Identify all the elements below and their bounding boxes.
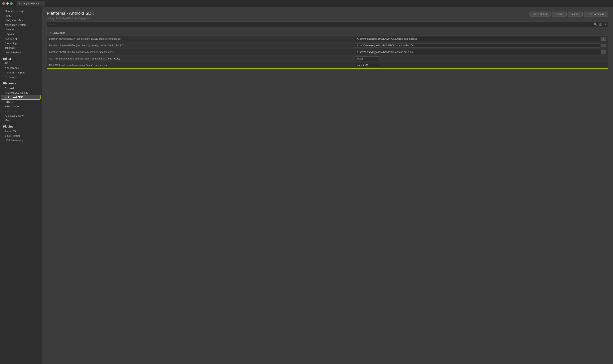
sdk-row-android-ndk: Location of Android NDK (the directory u…	[47, 42, 608, 49]
sdk-label-ndk-api-level: NDK API Level (specific version or 'late…	[49, 64, 355, 67]
sdk-value-input-sdk-api-level[interactable]	[355, 56, 379, 61]
sidebar-item-html5[interactable]: HTML5	[0, 100, 42, 104]
sidebar-item-paper2d[interactable]: Paper 2D	[0, 129, 42, 133]
tab-close-button[interactable]: ×	[41, 2, 42, 5]
search-bar: 🔍 ☰ 👁	[47, 22, 608, 27]
sidebar: General Settings Input Navigation Mesh N…	[0, 7, 42, 364]
import-button[interactable]: Import...	[568, 12, 583, 17]
sdk-browse-btn-ant[interactable]: ...	[601, 50, 606, 54]
expand-arrow-icon: ▶	[5, 96, 7, 98]
sdk-config-expand-icon: ▼	[49, 32, 51, 34]
sdk-value-input-android-ndk[interactable]	[355, 43, 600, 48]
reset-to-defaults-button[interactable]: Reset to Defaults	[584, 12, 608, 17]
sidebar-item-navigation-system[interactable]: Navigation System	[0, 23, 42, 27]
sidebar-item-2d[interactable]: 2D	[0, 61, 42, 66]
eye-icon[interactable]: 👁	[603, 23, 607, 26]
sdk-row-ndk-api-level: NDK API Level (specific version or 'late…	[47, 62, 608, 68]
gear-icon: ⚙	[19, 2, 21, 5]
sdk-label-ant: Location of ANT (the directory usually c…	[49, 51, 355, 53]
content-area: Platforms - Android SDK Settings for And…	[42, 7, 613, 364]
sidebar-item-paper2d-import[interactable]: Paper2D - Import	[0, 70, 42, 75]
sidebar-item-android[interactable]: Android	[0, 86, 42, 91]
sdk-row-sdk-api-level: SDK API Level (specific version, 'latest…	[47, 55, 608, 62]
close-button[interactable]	[2, 2, 5, 5]
sdk-label-sdk-api-level: SDK API Level (specific version, 'latest…	[49, 57, 355, 60]
sidebar-item-android-sdk[interactable]: ▶ Android SDK	[1, 95, 40, 100]
sidebar-item-android-es2-quality[interactable]: Android ES2 Quality	[0, 91, 42, 95]
sidebar-item-rendering[interactable]: Rendering	[0, 36, 42, 41]
search-icon[interactable]: 🔍	[593, 23, 598, 26]
sdk-value-input-android-sdk[interactable]	[355, 37, 600, 41]
sidebar-item-general-settings[interactable]: General Settings	[0, 9, 42, 13]
sidebar-item-streaming[interactable]: Streaming	[0, 41, 42, 46]
content-title-block: Platforms - Android SDK Settings for And…	[47, 11, 94, 20]
sidebar-item-udp-messaging[interactable]: UDP Messaging	[0, 138, 42, 143]
main-layout: General Settings Input Navigation Mesh N…	[0, 7, 613, 364]
set-as-default-button[interactable]: Set as Default	[530, 12, 550, 17]
list-view-icon[interactable]: ☰	[599, 23, 603, 26]
sdk-config-title: SDKConfig	[53, 31, 65, 34]
sdk-value-group-sdk-api-level	[355, 56, 606, 61]
sdk-row-android-sdk: Location of Android SDK (the directory u…	[47, 36, 608, 42]
sidebar-item-appearance[interactable]: Appearance	[0, 66, 42, 70]
minimize-button[interactable]	[6, 2, 9, 5]
sidebar-item-ios-es2-quality[interactable]: iOS ES2 Quality	[0, 113, 42, 118]
sdk-config-header[interactable]: ▼ SDKConfig	[47, 30, 608, 36]
tab-label: Project Settings	[23, 2, 39, 5]
title-tab: ⚙ Project Settings ×	[17, 1, 45, 6]
sidebar-item-physics[interactable]: Physics	[0, 32, 42, 36]
sdk-value-group-android-ndk: ...	[355, 43, 606, 48]
sdk-config-container: ▼ SDKConfig Location of Android SDK (the…	[47, 30, 608, 69]
sdk-label-android-ndk: Location of Android NDK (the directory u…	[49, 44, 355, 47]
sdk-value-group-android-sdk: ...	[355, 37, 606, 41]
header-buttons: Set as Default Export... Import... Reset…	[530, 12, 608, 17]
sidebar-item-mac[interactable]: Mac	[0, 118, 42, 123]
sidebar-item-sequencer[interactable]: Sequencer	[0, 75, 42, 79]
traffic-lights	[2, 2, 13, 5]
plugins-group-label: Plugins	[0, 123, 42, 129]
sdk-row-ant: Location of ANT (the directory usually c…	[47, 49, 608, 55]
sdk-value-group-ndk-api-level	[355, 63, 606, 67]
maximize-button[interactable]	[10, 2, 13, 5]
sidebar-item-user-interface[interactable]: User Interface	[0, 50, 42, 55]
sidebar-item-tutorials[interactable]: Tutorials	[0, 46, 42, 50]
sdk-browse-btn-android-ndk[interactable]: ...	[601, 44, 606, 47]
sdk-value-input-ndk-api-level[interactable]	[355, 63, 379, 67]
sidebar-item-ios[interactable]: iOS	[0, 109, 42, 113]
content-header: Platforms - Android SDK Settings for And…	[42, 7, 613, 22]
sidebar-item-slate-remote[interactable]: Slate Remote	[0, 133, 42, 138]
export-button[interactable]: Export...	[552, 12, 567, 17]
sdk-label-android-sdk: Location of Android SDK (the directory u…	[49, 38, 355, 40]
search-icons: 🔍 ☰ 👁	[593, 23, 607, 26]
sdk-value-group-ant: ...	[355, 50, 606, 54]
sidebar-item-input[interactable]: Input	[0, 13, 42, 18]
sidebar-item-network[interactable]: Network	[0, 27, 42, 32]
sidebar-item-html5-sdk[interactable]: HTML5 SDK	[0, 104, 42, 109]
editor-group-label: Editor	[0, 55, 42, 61]
title-bar: ⚙ Project Settings ×	[0, 0, 613, 7]
page-title: Platforms - Android SDK	[47, 11, 94, 16]
sdk-browse-btn-android-sdk[interactable]: ...	[601, 37, 606, 41]
search-input[interactable]	[47, 22, 608, 27]
page-subtitle: Settings for Android SDK (for all projec…	[47, 17, 94, 20]
platforms-group-label: Platforms	[0, 79, 42, 86]
sidebar-item-navigation-mesh[interactable]: Navigation Mesh	[0, 18, 42, 23]
sdk-value-input-ant[interactable]	[355, 50, 600, 54]
